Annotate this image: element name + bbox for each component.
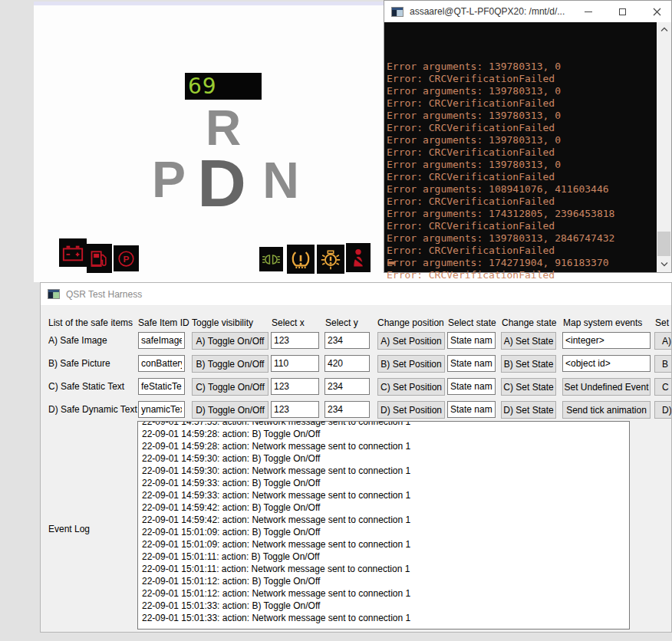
terminal-cursor — [387, 261, 394, 265]
scrollbar-down-button[interactable] — [657, 258, 671, 270]
event-log-line: 22-09-01 15:01:09: action: Network messa… — [142, 538, 629, 551]
item-a-y-input[interactable] — [324, 332, 370, 349]
terminal-line: Error: CRCVerificationFailed — [387, 220, 656, 232]
qsr-window-title: QSR Test Harness — [66, 289, 142, 300]
chevron-down-icon — [660, 261, 668, 267]
terminal-line: Error arguments: 139780313, 0 — [387, 61, 656, 73]
scrollbar-thumb[interactable] — [657, 232, 670, 256]
event-log-line: 22-09-01 14:59:30: action: B) Toggle On/… — [142, 452, 629, 465]
item-a-map-events-input[interactable] — [562, 332, 651, 349]
minimize-icon — [585, 12, 592, 12]
column-header-select-state: Select state — [448, 317, 496, 328]
column-header-set-state-partial: Set s — [655, 317, 672, 328]
close-icon — [653, 8, 661, 16]
terminal-scrollbar[interactable] — [657, 22, 671, 272]
terminal-output-area: Error arguments: 139780313, 0Error: CRCV… — [384, 22, 671, 272]
event-log-line: 22-09-01 14:59:30: action: Network messa… — [142, 465, 629, 477]
item-a-set-position-button[interactable]: A) Set Position — [377, 332, 445, 350]
terminal-line: Error arguments: 174312805, 2396453818 — [387, 208, 656, 220]
item-a-toggle-button[interactable]: A) Toggle On/Off — [192, 332, 268, 350]
column-header-safe-item-id: Safe Item ID — [138, 317, 189, 328]
terminal-line: Error: CRCVerificationFailed — [387, 245, 656, 257]
safe-item-row-c: C) Safe Static Text C) Toggle On/Off C) … — [41, 378, 671, 396]
maximize-icon — [619, 8, 626, 15]
qsr-titlebar[interactable]: QSR Test Harness — [41, 283, 671, 306]
gear-indicator-park: P — [150, 154, 187, 205]
event-log-line: 22-09-01 15:01:12: action: Network messa… — [142, 587, 629, 600]
terminal-title: assaarel@QT-L-PF0QPX20: /mnt/d/... — [410, 6, 565, 17]
terminal-titlebar[interactable]: assaarel@QT-L-PF0QPX20: /mnt/d/... — [384, 1, 671, 22]
item-d-state-input[interactable] — [447, 401, 496, 418]
item-d-id-input[interactable] — [138, 401, 185, 418]
safe-item-row-b: B) Safe Picture B) Toggle On/Off B) Set … — [41, 355, 671, 373]
event-log-line: 22-09-01 15:01:33: action: B) Toggle On/… — [142, 600, 629, 612]
column-header-select-x: Select x — [272, 317, 305, 328]
terminal-app-icon — [391, 7, 404, 17]
speed-display: 69 — [185, 73, 262, 100]
terminal-line: Error: CRCVerificationFailed — [387, 269, 656, 281]
terminal-line: Error arguments: 139780313, 0 — [387, 159, 656, 171]
item-d-y-input[interactable] — [324, 401, 370, 418]
item-b-set-state-button[interactable]: B) Set State — [501, 355, 556, 373]
scrollbar-up-button[interactable] — [657, 24, 671, 35]
terminal-line: Error: CRCVerificationFailed — [387, 196, 656, 208]
terminal-line: Error: CRCVerificationFailed — [387, 122, 656, 134]
item-d-x-input[interactable] — [271, 401, 319, 418]
column-header-toggle: Toggle visibility — [192, 317, 253, 328]
safe-item-row-a: A) Safe Image A) Toggle On/Off A) Set Po… — [41, 332, 671, 350]
item-c-set-position-button[interactable]: C) Set Position — [377, 378, 445, 396]
item-b-state-input[interactable] — [447, 355, 496, 372]
terminal-line: Error arguments: 108941076, 411603446 — [387, 183, 656, 196]
item-b-y-input[interactable] — [324, 355, 370, 372]
item-c-y-input[interactable] — [324, 378, 370, 395]
terminal-line: Error arguments: 139780313, 0 — [387, 85, 656, 97]
item-d-set-state-button[interactable]: D) Set State — [501, 401, 556, 419]
terminal-close-button[interactable] — [640, 1, 671, 22]
item-b-x-input[interactable] — [271, 355, 319, 372]
item-c-set-state-button[interactable]: C) Set State — [501, 378, 556, 396]
item-d-tick-animation-button[interactable]: Send tick animation — [562, 401, 651, 419]
terminal-line: Error arguments: 139780313, 0 — [387, 134, 656, 146]
item-a-id-input[interactable] — [138, 332, 185, 349]
item-b-map-events-input[interactable] — [562, 355, 651, 372]
item-b-set-position-button[interactable]: B) Set Position — [377, 355, 445, 373]
event-log-line: 22-09-01 14:57:55: action: Network messa… — [142, 421, 629, 428]
event-log-line: 22-09-01 15:01:09: action: B) Toggle On/… — [142, 526, 629, 538]
item-c-id-input[interactable] — [138, 378, 185, 395]
tpms-warning-icon — [287, 245, 315, 274]
item-c-toggle-button[interactable]: C) Toggle On/Off — [192, 378, 268, 396]
item-a-state-input[interactable] — [447, 332, 496, 349]
item-c-undefined-event-button[interactable]: Set Undefined Event — [562, 378, 651, 396]
item-b-label: B) Safe Picture — [48, 358, 110, 369]
item-d-set-state-value-button[interactable]: D) S — [654, 401, 672, 419]
terminal-line: Error: CRCVerificationFailed — [387, 146, 656, 159]
position-lamps-icon — [259, 247, 283, 271]
event-log-line: 22-09-01 14:59:28: action: B) Toggle On/… — [142, 428, 629, 440]
gear-indicator-neutral: N — [262, 155, 299, 205]
item-c-x-input[interactable] — [271, 378, 319, 395]
item-c-label: C) Safe Static Text — [48, 381, 124, 392]
terminal-line: Error arguments: 139780313, 2846747432 — [387, 232, 656, 245]
lamp-failure-icon — [317, 245, 344, 274]
terminal-minimize-button[interactable] — [571, 1, 605, 22]
speed-value: 69 — [188, 74, 217, 99]
item-c-state-input[interactable] — [447, 378, 496, 395]
safe-item-row-d: D) Safe Dynamic Text D) Toggle On/Off D)… — [41, 401, 671, 419]
item-b-set-state-value-button[interactable]: B — [654, 355, 672, 373]
terminal-maximize-button[interactable] — [605, 1, 640, 22]
item-a-set-state-value-button[interactable]: A) — [654, 332, 672, 350]
item-d-set-position-button[interactable]: D) Set Position — [377, 401, 445, 419]
item-b-toggle-button[interactable]: B) Toggle On/Off — [192, 355, 268, 373]
item-a-set-state-button[interactable]: A) Set State — [501, 332, 556, 350]
item-a-x-input[interactable] — [271, 332, 319, 349]
svg-text:P: P — [124, 253, 130, 264]
event-log-box[interactable]: 22-09-01 14:57:55: action: Network messa… — [137, 421, 630, 629]
item-c-set-state-value-button[interactable]: C — [654, 378, 672, 396]
item-d-toggle-button[interactable]: D) Toggle On/Off — [192, 401, 268, 419]
column-header-change-position: Change position — [377, 317, 444, 328]
terminal-line: Error arguments: 139780313, 0 — [387, 110, 656, 122]
terminal-line: Error: CRCVerificationFailed — [387, 171, 656, 183]
item-b-id-input[interactable] — [138, 355, 185, 372]
event-log-line: 22-09-01 14:59:28: action: Network messa… — [142, 440, 629, 452]
gear-indicator-drive: D — [196, 150, 248, 217]
